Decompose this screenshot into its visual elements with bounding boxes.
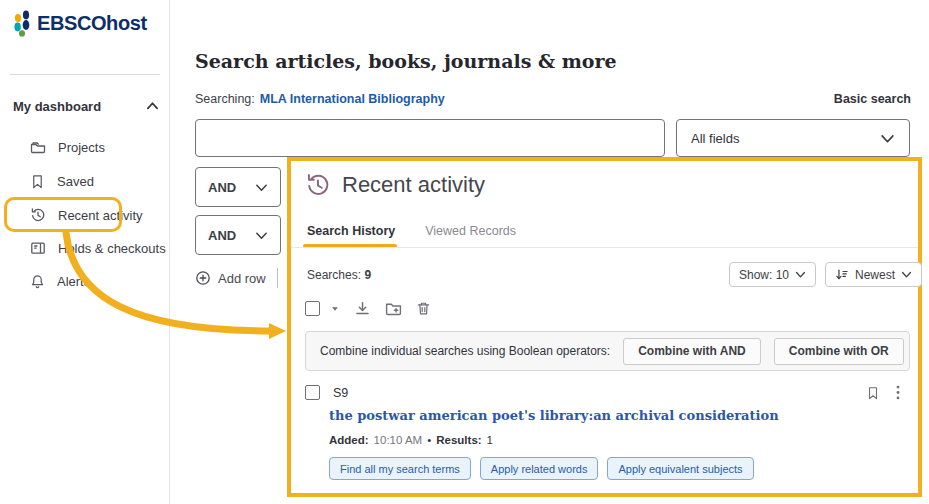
show-label: Show: 10 <box>739 268 789 282</box>
chevron-down-icon <box>255 181 268 194</box>
sidebar-divider <box>10 74 160 75</box>
brand-name: EBSCOhost <box>37 12 147 35</box>
page-title: Search articles, books, journals & more <box>195 50 617 72</box>
combine-instructions: Combine individual searches using Boolea… <box>320 344 610 358</box>
panel-header: Recent activity <box>305 172 485 198</box>
sidebar-item-saved[interactable]: Saved <box>30 171 94 191</box>
trash-icon[interactable] <box>416 301 431 316</box>
search-id: S9 <box>333 386 348 400</box>
boolean-operator-dropdown-1[interactable]: AND <box>195 167 281 207</box>
sort-icon <box>835 268 849 282</box>
caret-down-icon[interactable] <box>330 304 340 314</box>
row-action-icons <box>866 385 900 400</box>
chevron-up-icon <box>146 100 159 113</box>
row-controls-divider <box>277 268 278 288</box>
chevron-down-icon <box>880 131 895 146</box>
select-all-checkbox[interactable] <box>305 301 320 316</box>
sidebar-item-label: Recent activity <box>58 208 143 223</box>
results-label: Results: <box>436 434 481 446</box>
searching-label: Searching: <box>195 92 255 106</box>
recent-activity-panel: Recent activity Search History Viewed Re… <box>287 157 922 497</box>
my-dashboard-label: My dashboard <box>13 99 101 114</box>
search-result-title-link[interactable]: the postwar american poet's library:an a… <box>329 408 779 423</box>
bulk-actions-toolbar <box>305 300 431 317</box>
tab-viewed-records[interactable]: Viewed Records <box>425 224 516 238</box>
kebab-menu-icon[interactable] <box>896 385 900 400</box>
sort-label: Newest <box>855 268 895 282</box>
bell-icon <box>30 274 45 289</box>
sidebar-item-projects[interactable]: Projects <box>30 137 105 157</box>
show-per-page-dropdown[interactable]: Show: 10 <box>729 262 816 287</box>
bookmark-icon <box>30 174 45 189</box>
history-icon <box>30 207 46 223</box>
add-to-folder-icon[interactable] <box>385 300 402 317</box>
bookmark-icon[interactable] <box>866 386 880 400</box>
find-all-search-terms-chip[interactable]: Find all my search terms <box>329 457 471 480</box>
search-history-row: S9 <box>305 385 348 400</box>
history-icon <box>305 172 331 198</box>
sidebar-item-label: Saved <box>57 174 94 189</box>
library-card-icon <box>30 240 46 256</box>
combine-with-or-button[interactable]: Combine with OR <box>774 338 904 365</box>
tab-search-history[interactable]: Search History <box>307 224 395 238</box>
sidebar-item-label: Projects <box>58 140 105 155</box>
ebscohost-app: EBSCOhost My dashboard Projects Saved <box>0 0 929 504</box>
chevron-down-icon <box>795 269 806 280</box>
sidebar-item-holds-checkouts[interactable]: Holds & checkouts <box>30 238 166 258</box>
add-row-label: Add row <box>218 271 266 286</box>
download-icon[interactable] <box>354 300 371 317</box>
ebsco-logo-mark-icon <box>13 10 34 37</box>
added-time: 10:10 AM <box>374 434 423 446</box>
search-input[interactable] <box>195 119 665 157</box>
result-meta-line: Added: 10:10 AM • Results: 1 <box>329 434 493 446</box>
sidebar-item-alerts[interactable]: Alerts <box>30 271 90 291</box>
combine-searches-box: Combine individual searches using Boolea… <box>305 331 910 371</box>
bullet-separator: • <box>427 434 431 446</box>
apply-related-words-chip[interactable]: Apply related words <box>480 457 599 480</box>
chevron-down-icon <box>255 229 268 242</box>
plus-circle-icon <box>195 270 211 286</box>
searches-count-line: Searches: 9 <box>307 268 371 282</box>
sidebar: EBSCOhost My dashboard Projects Saved <box>0 0 170 504</box>
panel-title: Recent activity <box>342 172 485 198</box>
result-checkbox[interactable] <box>305 385 320 400</box>
results-count: 1 <box>487 434 493 446</box>
database-link[interactable]: MLA International Bibliography <box>260 92 445 106</box>
searches-count: 9 <box>364 268 371 282</box>
basic-search-link[interactable]: Basic search <box>834 92 911 106</box>
all-fields-dropdown[interactable]: All fields <box>676 119 910 157</box>
operator-label: AND <box>208 180 236 195</box>
searching-row: Searching:MLA International Bibliography <box>195 92 445 106</box>
sidebar-item-label: Alerts <box>57 274 90 289</box>
combine-with-and-button[interactable]: Combine with AND <box>623 338 761 365</box>
my-dashboard-header[interactable]: My dashboard <box>13 99 159 114</box>
folder-icon <box>30 139 46 155</box>
chevron-down-icon <box>901 269 912 280</box>
ebscohost-logo[interactable]: EBSCOhost <box>13 10 147 37</box>
sidebar-item-recent-activity[interactable]: Recent activity <box>30 205 143 225</box>
sort-dropdown[interactable]: Newest <box>825 262 922 287</box>
added-label: Added: <box>329 434 369 446</box>
apply-equivalent-subjects-chip[interactable]: Apply equivalent subjects <box>607 457 753 480</box>
add-row-button[interactable]: Add row <box>195 270 266 286</box>
operator-label: AND <box>208 228 236 243</box>
search-option-chips: Find all my search terms Apply related w… <box>329 457 754 480</box>
panel-tabs: Search History Viewed Records <box>307 224 516 238</box>
sidebar-item-label: Holds & checkouts <box>58 241 166 256</box>
searches-label: Searches: <box>307 268 361 282</box>
tabs-divider <box>291 247 918 248</box>
all-fields-label: All fields <box>691 131 739 146</box>
boolean-operator-dropdown-2[interactable]: AND <box>195 215 281 255</box>
